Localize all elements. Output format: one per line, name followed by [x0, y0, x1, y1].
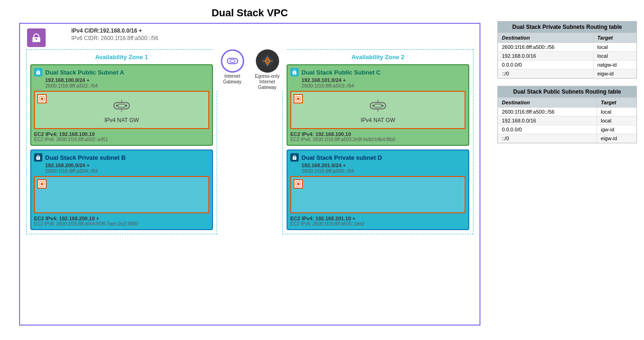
- az1-section: Availability Zone 1 Dual Stack Public Su…: [26, 49, 217, 234]
- public-routing-table: Dual Stack Public Subnets Routing table …: [497, 86, 637, 143]
- vpc-ipv4-label: IPv4 CIDR:192.168.0.0/16 +: [71, 27, 142, 34]
- rt-destination: 0.0.0.0/0: [498, 125, 597, 134]
- rt-target: local: [593, 43, 636, 52]
- az2-section: Availability Zone 2 Dual Stack Public Su…: [282, 49, 473, 234]
- private-rt-col1: Destination: [498, 33, 594, 43]
- igw-label: Internet Gateway: [217, 74, 247, 85]
- az1-private-ec2-ipv4: EC2 IPv4: 192.168.200.10 +: [34, 216, 209, 221]
- eigw: Egress-only Internet Gateway: [252, 49, 282, 90]
- rt-target: igw-id: [597, 125, 637, 134]
- az2-nat-gw-label: IPv4 NAT GW: [361, 117, 395, 123]
- routing-tables-panel: Dual Stack Private Subnets Routing table…: [495, 19, 639, 335]
- svg-point-20: [372, 105, 374, 107]
- az2-private-lock-icon: [290, 153, 299, 162]
- rt-target: eigw-id: [593, 69, 636, 78]
- svg-rect-0: [227, 58, 237, 63]
- az2-title: Availability Zone 2: [287, 54, 469, 61]
- public-rt-col2: Target: [597, 98, 637, 108]
- private-rt-header: Dual Stack Private Subnets Routing table: [498, 21, 637, 33]
- rt-destination: 192.168.0.0/16: [498, 52, 594, 61]
- az1-private-ipv4: 192.168.200.0/24 +: [45, 163, 209, 168]
- az1-nat-gw-box: IPv4 NAT GW: [34, 91, 209, 129]
- az2-nat-gw-inner-icon: [294, 94, 303, 103]
- az1-private-ec2-ipv6: EC2 IPv6: 2600:1f16:8ff:a504:5f36:7aec:2…: [34, 221, 209, 226]
- az2-ec2-box: [290, 176, 466, 213]
- table-row: ::/0eigw-id: [498, 69, 637, 78]
- page-title: Dual Stack VPC: [212, 7, 288, 19]
- az1-ec2-box: [34, 176, 209, 213]
- rt-target: natgw-id: [593, 61, 636, 69]
- rt-destination: ::/0: [498, 69, 594, 78]
- gateways-area: Internet Gateway: [213, 49, 286, 90]
- table-row: ::/0eigw-id: [498, 134, 637, 143]
- az2-private-ec2-ipv4: EC2 IPv4: 192.168.201.10 +: [290, 216, 466, 221]
- table-row: 192.168.0.0/16local: [498, 52, 637, 61]
- az2-public-lock-icon: [290, 68, 299, 76]
- az2-public-ipv6: 2600:1f16:8ff:a503::/64: [301, 83, 466, 88]
- az2-private-subnet-title: Dual Stack Private subnet D: [301, 154, 382, 161]
- az2-ec2-inner-icon: [294, 179, 303, 189]
- vpc-ipv6-label: IPv6 CIDR: 2600:1f16:8ff:a500::/56: [71, 35, 158, 41]
- svg-rect-17: [297, 98, 300, 100]
- az1-nat-gw-label: IPv4 NAT GW: [104, 117, 139, 123]
- svg-rect-1: [230, 60, 235, 62]
- az1-public-subnet-title: Dual Stack Public Subnet A: [45, 69, 124, 76]
- az1-public-ipv4: 192.168.100.0/24 +: [45, 77, 209, 83]
- az2-private-ec2-ipv6: EC2 IPv6: 2600:1f16:8ff:a505::1ee2: [290, 221, 466, 226]
- rt-destination: 2600:1f16:8ff:a500::/56: [498, 43, 594, 52]
- public-rt-col1: Destination: [498, 98, 597, 108]
- az1-public-ec2-ipv6: EC2 IPv6: 2600:1f16:8ff:a502::a451: [34, 137, 209, 142]
- svg-rect-25: [297, 183, 300, 185]
- svg-rect-9: [118, 104, 125, 108]
- rt-destination: 192.168.0.0/16: [498, 116, 597, 125]
- az1-nat-gw-inner-icon: [37, 94, 47, 103]
- az1-ec2-inner-icon: [37, 179, 47, 189]
- private-rt-col2: Target: [593, 33, 636, 43]
- eigw-icon: [256, 49, 279, 73]
- az2-private-ipv6: 2600:1f16:8ff:a505::/64: [301, 168, 466, 174]
- az1-public-subnet: Dual Stack Public Subnet A 192.168.100.0…: [30, 64, 213, 146]
- table-row: 2600:1f16:8ff:a500::/56local: [498, 108, 637, 116]
- az2-public-ec2-ipv6: EC2 IPv6: 2600:1f16:8ff:a503:2e9f:4e8d:b…: [290, 137, 466, 142]
- eigw-label: Egress-only Internet Gateway: [252, 74, 282, 90]
- internet-gateway: Internet Gateway: [217, 49, 247, 85]
- svg-rect-15: [41, 183, 43, 185]
- az1-public-lock-icon: [34, 68, 42, 76]
- az1-private-lock-icon: [34, 153, 42, 162]
- table-row: 2600:1f16:8ff:a500::/56local: [498, 43, 637, 52]
- private-routing-table: Dual Stack Private Subnets Routing table…: [497, 21, 637, 79]
- az2-public-subnet: Dual Stack Public Subnet C 192.168.101.0…: [287, 64, 469, 146]
- nat-gw-router-icon-az2: [369, 96, 387, 115]
- rt-target: local: [593, 52, 636, 61]
- svg-point-10: [116, 105, 118, 107]
- svg-rect-19: [374, 104, 382, 108]
- az1-private-subnet: Dual Stack Private subnet B 192.168.200.…: [30, 150, 213, 230]
- igw-icon: [221, 49, 244, 73]
- az1-public-ec2-ipv4: EC2 IPv4: 192.168.100.10: [34, 131, 209, 137]
- az1-private-ipv6: 2600:1f16:8ff:a504::/64: [45, 168, 209, 174]
- az2-private-subnet: Dual Stack Private subnet D 192.168.201.…: [287, 150, 469, 230]
- rt-target: local: [597, 116, 637, 125]
- az2-public-subnet-title: Dual Stack Public Subnet C: [301, 69, 381, 76]
- az2-private-ipv4: 192.168.201.0/24 +: [301, 163, 466, 168]
- svg-rect-7: [41, 98, 43, 100]
- rt-destination: 2600:1f16:8ff:a500::/56: [498, 108, 597, 116]
- vpc-container: IPv4 CIDR:192.168.0.0/16 + IPv6 CIDR: 26…: [19, 23, 480, 326]
- rt-destination: ::/0: [498, 134, 597, 143]
- rt-destination: 0.0.0.0/0: [498, 61, 594, 69]
- table-row: 0.0.0.0/0natgw-id: [498, 61, 637, 69]
- svg-point-11: [125, 105, 127, 107]
- az1-private-subnet-title: Dual Stack Private subnet B: [45, 154, 126, 161]
- az1-title: Availability Zone 1: [30, 54, 213, 61]
- table-row: 192.168.0.0/16local: [498, 116, 637, 125]
- rt-target: eigw-id: [597, 134, 637, 143]
- az2-nat-gw-box: IPv4 NAT GW: [290, 91, 466, 129]
- az2-public-ipv4: 192.168.101.0/24 +: [301, 77, 466, 83]
- vpc-icon: [27, 28, 46, 47]
- az1-public-ipv6: 2600:1f16:8ff:a502::/64: [45, 83, 209, 88]
- svg-point-21: [382, 105, 384, 107]
- table-row: 0.0.0.0/0igw-id: [498, 125, 637, 134]
- rt-target: local: [597, 108, 637, 116]
- az2-public-ec2-ipv4: EC2 IPv4: 192.168.100.10: [290, 131, 466, 137]
- nat-gw-router-icon-az1: [112, 96, 131, 115]
